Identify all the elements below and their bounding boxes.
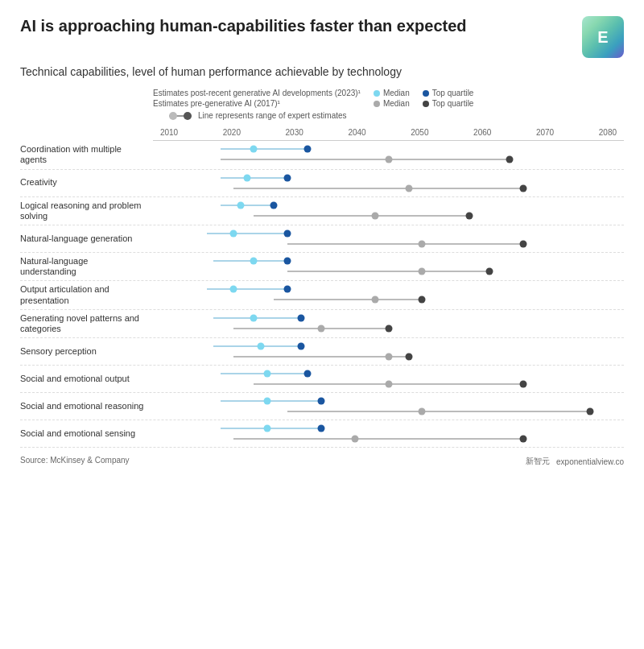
- chart-row: Social and emotional sensing: [20, 420, 624, 448]
- x-axis-label: 2060: [466, 128, 498, 137]
- pre-hline: [274, 299, 422, 300]
- post-bar-line: [153, 257, 624, 265]
- post-median-dot: [374, 90, 380, 97]
- pre-median-dot: [317, 324, 324, 332]
- chart-row: Social and emotional output: [20, 366, 624, 393]
- x-axis-label: 2040: [341, 128, 374, 137]
- pre-bar-line: [153, 296, 624, 304]
- pre-hline: [233, 328, 388, 329]
- chart-row: Social and emotional reasoning: [20, 393, 624, 420]
- pre-median-dot: [351, 436, 358, 443]
- row-label: Sensory perception: [20, 338, 153, 365]
- post-top-dot: [284, 174, 291, 181]
- chart-row: Generating novel patterns and categories: [20, 310, 624, 338]
- post-hline: [207, 233, 287, 234]
- post-top-dot: [284, 229, 291, 237]
- range-dot-left: [169, 112, 177, 120]
- pre-bar-line: [153, 184, 624, 192]
- pre-top-dot: [519, 184, 526, 192]
- brand-area: 新智元 exponentialview.co: [526, 456, 624, 467]
- chart-rows: Coordination with multiple agentsCreativ…: [20, 141, 624, 448]
- row-label: Natural-language understanding: [20, 253, 153, 280]
- row-label: Output articulation and presentation: [20, 281, 153, 308]
- brand2-text: 新智元: [526, 456, 550, 467]
- page-title: AI is approaching human-capabilities fas…: [20, 16, 467, 36]
- legend-post-group: Estimates post-recent generative AI deve…: [153, 89, 361, 108]
- pre-median-dot: [385, 156, 392, 163]
- pre-bar-line: [153, 212, 624, 220]
- post-top-dot: [270, 201, 278, 209]
- label-spacer: [20, 128, 153, 141]
- post-top-dot: [317, 398, 324, 405]
- legend-pre-median-row: Median: [374, 99, 410, 108]
- post-top-dot: [304, 370, 312, 378]
- pre-median-dot: [419, 408, 426, 415]
- pre-bar-line: [153, 267, 624, 275]
- range-dot-right: [184, 112, 192, 120]
- x-axis-label: 2010: [153, 128, 185, 137]
- post-hline: [221, 148, 308, 150]
- pre-median-dot: [371, 296, 378, 304]
- pre-bar-line: [153, 155, 624, 163]
- bar-area: [153, 366, 624, 392]
- pre-top-dot: [423, 101, 429, 107]
- post-hline: [221, 205, 275, 206]
- row-label: Social and emotional sensing: [20, 420, 153, 447]
- post-top-dot: [317, 425, 324, 432]
- source-row: Source: McKinsey & Company 新智元 exponenti…: [20, 456, 624, 467]
- pre-hline: [287, 271, 489, 272]
- bar-area: [153, 197, 624, 225]
- pre-hline: [221, 159, 510, 160]
- pre-median-label: Median: [383, 99, 410, 108]
- bar-area: [153, 310, 624, 337]
- pre-top-dot: [485, 267, 493, 275]
- legend-pre-label-row: Estimates pre-generative AI (2017)¹: [153, 99, 361, 108]
- post-bar-line: [153, 174, 624, 182]
- post-hline: [207, 288, 287, 290]
- post-median-dot: [230, 286, 237, 293]
- pre-top-dot: [405, 353, 412, 361]
- post-bar-line: [153, 397, 624, 405]
- row-label: Social and emotional output: [20, 366, 153, 392]
- legend-range-row: Line represents range of expert estimate…: [169, 111, 347, 120]
- bar-area: [153, 141, 624, 168]
- pre-bar-line: [153, 240, 624, 248]
- post-top-dot: [304, 146, 312, 153]
- pre-median-dot: [385, 381, 392, 388]
- legend: Estimates post-recent generative AI deve…: [20, 89, 624, 120]
- row-label: Logical reasoning and problem solving: [20, 197, 153, 225]
- post-bar-line: [153, 342, 624, 350]
- brand-text: exponentialview.co: [556, 457, 624, 466]
- chart-wrapper: 20102020203020402050206020702080: [20, 128, 624, 141]
- bar-area: [153, 420, 624, 447]
- pre-top-dot: [587, 408, 594, 415]
- pre-top-dot: [519, 240, 526, 247]
- pre-top-dot: [519, 381, 526, 388]
- row-label: Natural-language generation: [20, 225, 153, 252]
- pre-median-dot: [405, 184, 412, 192]
- range-label: Line represents range of expert estimate…: [198, 111, 347, 120]
- bar-area: [153, 338, 624, 365]
- pre-hline: [287, 411, 590, 412]
- post-median-dot: [257, 343, 264, 350]
- bar-area: [153, 170, 624, 196]
- x-axis-label: 2020: [216, 128, 248, 137]
- chart-row: Natural-language generation: [20, 225, 624, 253]
- pre-median-dot: [419, 267, 426, 275]
- row-label: Social and emotional reasoning: [20, 393, 153, 420]
- bar-area: [153, 253, 624, 280]
- pre-top-dot: [419, 296, 426, 304]
- chart-area: 20102020203020402050206020702080: [153, 128, 624, 141]
- pre-top-label: Top quartile: [432, 99, 474, 108]
- post-median-dot: [250, 146, 258, 153]
- post-top-label: Top quartile: [432, 89, 474, 97]
- post-median-dot: [250, 257, 258, 264]
- pre-top-dot: [506, 156, 513, 163]
- source-text: Source: McKinsey & Company: [20, 456, 130, 467]
- pre-bar-line: [153, 407, 624, 415]
- legend-median-group: Median Median: [374, 89, 410, 108]
- post-top-dot: [297, 314, 304, 321]
- subtitle: Technical capabilities, level of human p…: [20, 64, 624, 79]
- post-bar-line: [153, 145, 624, 153]
- post-median-dot: [250, 314, 258, 321]
